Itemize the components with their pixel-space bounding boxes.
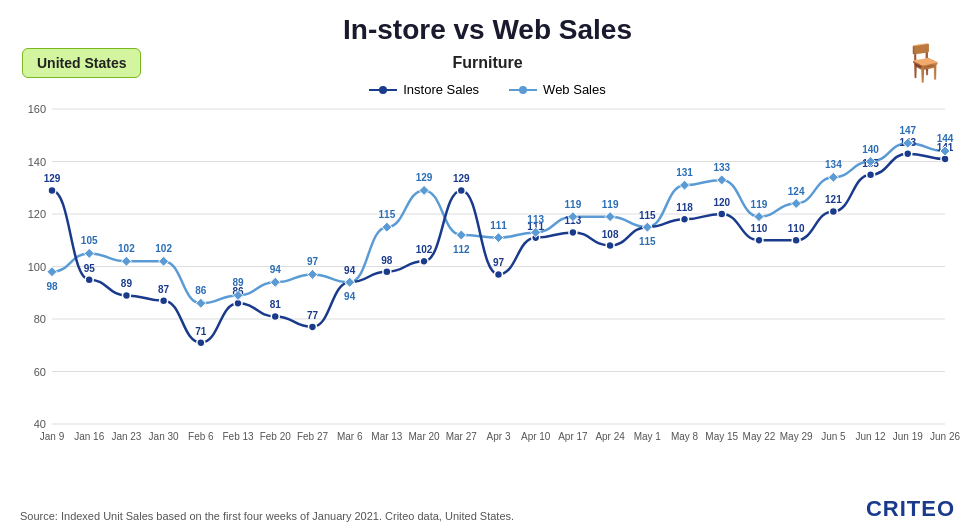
svg-point-59 (420, 257, 428, 265)
svg-text:95: 95 (84, 263, 96, 274)
svg-text:Jan 16: Jan 16 (74, 431, 104, 442)
svg-text:129: 129 (416, 172, 433, 183)
svg-text:131: 131 (676, 167, 693, 178)
svg-point-51 (271, 312, 279, 320)
svg-point-69 (606, 242, 614, 250)
footer-source: Source: Indexed Unit Sales based on the … (20, 510, 514, 522)
svg-text:May 1: May 1 (634, 431, 662, 442)
svg-point-47 (197, 339, 205, 347)
svg-text:129: 129 (44, 173, 61, 184)
svg-text:98: 98 (46, 281, 58, 292)
svg-point-43 (122, 291, 130, 299)
svg-text:Apr 3: Apr 3 (487, 431, 511, 442)
svg-point-61 (457, 186, 465, 194)
svg-text:110: 110 (788, 223, 805, 234)
svg-text:144: 144 (937, 133, 954, 144)
legend-instore: Instore Sales (369, 82, 479, 97)
svg-text:113: 113 (527, 214, 544, 225)
svg-point-63 (495, 270, 503, 278)
svg-text:Apr 17: Apr 17 (558, 431, 588, 442)
svg-marker-123 (680, 180, 690, 190)
svg-text:102: 102 (416, 244, 433, 255)
svg-text:Jan 23: Jan 23 (111, 431, 141, 442)
svg-text:119: 119 (565, 199, 582, 210)
svg-text:80: 80 (34, 313, 46, 325)
svg-point-75 (718, 210, 726, 218)
svg-text:40: 40 (34, 418, 46, 430)
svg-text:May 22: May 22 (743, 431, 776, 442)
svg-text:94: 94 (344, 265, 356, 276)
svg-text:119: 119 (602, 199, 619, 210)
svg-text:Jan 30: Jan 30 (149, 431, 179, 442)
svg-text:110: 110 (751, 223, 768, 234)
svg-text:105: 105 (81, 235, 98, 246)
svg-text:115: 115 (379, 209, 396, 220)
footer-brand: CRITEO (866, 496, 955, 522)
svg-text:Feb 20: Feb 20 (260, 431, 292, 442)
svg-text:Jun 12: Jun 12 (856, 431, 886, 442)
svg-text:89: 89 (232, 277, 244, 288)
svg-text:133: 133 (713, 162, 730, 173)
svg-text:Feb 13: Feb 13 (222, 431, 254, 442)
header-row: United States Furniture 🪑 (0, 54, 975, 78)
svg-text:98: 98 (381, 255, 393, 266)
svg-text:118: 118 (676, 202, 693, 213)
svg-marker-93 (121, 256, 131, 266)
svg-text:121: 121 (825, 194, 842, 205)
svg-text:Apr 10: Apr 10 (521, 431, 551, 442)
svg-marker-109 (419, 185, 429, 195)
svg-text:Mar 6: Mar 6 (337, 431, 363, 442)
svg-text:May 8: May 8 (671, 431, 699, 442)
furniture-icon: 🪑 (902, 42, 947, 84)
svg-point-83 (867, 171, 875, 179)
svg-text:140: 140 (28, 156, 46, 168)
svg-text:102: 102 (155, 243, 172, 254)
svg-text:120: 120 (28, 208, 46, 220)
svg-marker-121 (642, 222, 652, 232)
svg-text:Jun 5: Jun 5 (821, 431, 846, 442)
svg-point-79 (792, 236, 800, 244)
svg-text:115: 115 (639, 236, 656, 247)
svg-text:111: 111 (490, 220, 507, 231)
svg-text:108: 108 (602, 229, 619, 240)
svg-text:Jun 26: Jun 26 (930, 431, 960, 442)
svg-text:100: 100 (28, 261, 46, 273)
legend-web: Web Sales (509, 82, 606, 97)
svg-text:81: 81 (270, 299, 282, 310)
svg-point-39 (48, 186, 56, 194)
legend-instore-label: Instore Sales (403, 82, 479, 97)
svg-text:Feb 27: Feb 27 (297, 431, 329, 442)
legend-web-label: Web Sales (543, 82, 606, 97)
svg-text:134: 134 (825, 159, 842, 170)
svg-text:94: 94 (270, 264, 282, 275)
svg-marker-105 (345, 277, 355, 287)
svg-text:77: 77 (307, 310, 319, 321)
footer: Source: Indexed Unit Sales based on the … (20, 496, 955, 522)
svg-point-41 (85, 276, 93, 284)
svg-text:Mar 20: Mar 20 (409, 431, 441, 442)
svg-text:Apr 24: Apr 24 (595, 431, 625, 442)
svg-text:147: 147 (899, 125, 916, 136)
svg-text:Jan 9: Jan 9 (40, 431, 65, 442)
svg-point-85 (904, 150, 912, 158)
svg-marker-127 (754, 212, 764, 222)
chart-svg: 160140120100806040Jan 9Jan 16Jan 23Jan 3… (10, 99, 965, 469)
svg-point-81 (829, 207, 837, 215)
svg-text:May 29: May 29 (780, 431, 813, 442)
svg-text:97: 97 (493, 257, 505, 268)
svg-marker-91 (84, 248, 94, 258)
svg-text:87: 87 (158, 284, 170, 295)
svg-point-45 (160, 297, 168, 305)
svg-text:89: 89 (121, 278, 133, 289)
legend: Instore Sales Web Sales (0, 78, 975, 99)
country-badge[interactable]: United States (22, 48, 141, 78)
svg-text:112: 112 (453, 244, 470, 255)
svg-marker-107 (382, 222, 392, 232)
svg-point-73 (681, 215, 689, 223)
chart-area: 160140120100806040Jan 9Jan 16Jan 23Jan 3… (10, 99, 965, 469)
svg-marker-97 (196, 298, 206, 308)
svg-marker-103 (307, 269, 317, 279)
svg-text:115: 115 (639, 210, 656, 221)
svg-marker-125 (717, 175, 727, 185)
svg-marker-89 (47, 267, 57, 277)
